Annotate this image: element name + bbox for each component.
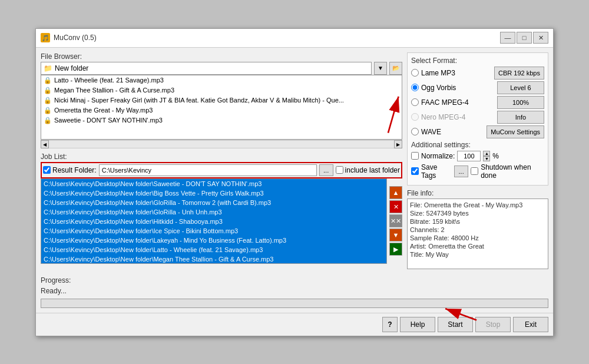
file-list-item[interactable]: 🔒 Saweetie - DON'T SAY NOTHIN'.mp3	[41, 115, 402, 125]
job-item[interactable]: C:\Users\Kevincy\Desktop\New folder\GloR…	[41, 198, 386, 207]
move-down-btn[interactable]: ▼	[389, 229, 402, 241]
help-icon-btn[interactable]: ?	[382, 317, 398, 332]
job-item[interactable]: C:\Users\Kevincy\Desktop\New folder\Mega…	[41, 254, 386, 264]
file-icon: 🔒	[44, 77, 52, 84]
maximize-button[interactable]: □	[517, 32, 532, 44]
ogg-vorbis-text: Ogg Vorbis	[421, 84, 456, 92]
lame-mp3-text: Lame MP3	[421, 69, 455, 77]
close-button[interactable]: ✕	[533, 32, 548, 44]
file-list-item[interactable]: 🔒 Nicki Minaj - Super Freaky Girl (with …	[41, 95, 402, 105]
lame-mp3-radio[interactable]	[411, 69, 419, 77]
normalize-down-btn[interactable]: ▼	[483, 156, 490, 161]
save-tags-checkbox[interactable]	[411, 167, 419, 175]
job-item[interactable]: C:\Users\Kevincy\Desktop\New folder\Lake…	[41, 236, 386, 245]
result-folder-row: Result Folder: ... include last folder	[41, 162, 402, 178]
file-list-item[interactable]: 🔒 Latto - Wheelie (feat. 21 Savage).mp3	[41, 75, 402, 85]
ogg-vorbis-radio[interactable]	[411, 84, 419, 91]
folder-browse-btn[interactable]: 📂	[389, 62, 402, 75]
clear-btn[interactable]: ✕✕	[389, 214, 402, 227]
format-row-ogg: Ogg Vorbis Level 6	[411, 81, 544, 94]
job-item[interactable]: C:\Users\Kevincy\Desktop\New folder\Sawe…	[41, 179, 386, 188]
faac-mpeg4-radio[interactable]	[411, 98, 419, 106]
status-text: Ready...	[41, 286, 548, 296]
job-list-section: Job List: Result Folder: ... include las…	[41, 153, 402, 264]
job-item[interactable]: C:\Users\Kevincy\Desktop\New folder\Ice …	[41, 226, 386, 236]
additional-settings-label: Additional settings:	[411, 141, 471, 149]
file-name: Omeretta the Great - My Way.mp3	[54, 107, 153, 114]
faac-mpeg4-label[interactable]: FAAC MPEG-4	[411, 98, 469, 107]
remove-btn[interactable]: ✕	[389, 200, 402, 213]
folder-icon: 📁	[44, 64, 52, 72]
convert-btn[interactable]: ▶	[389, 243, 402, 256]
lame-mp3-label[interactable]: Lame MP3	[411, 69, 455, 77]
lame-mp3-settings-btn[interactable]: CBR 192 kbps	[494, 67, 544, 80]
file-list[interactable]: 🔒 Latto - Wheelie (feat. 21 Savage).mp3 …	[41, 75, 402, 140]
faac-mpeg4-settings-btn[interactable]: 100%	[497, 96, 544, 109]
file-list-item[interactable]: 🔒 Omeretta the Great - My Way.mp3	[41, 105, 402, 115]
shutdown-checkbox[interactable]	[471, 167, 478, 175]
job-item[interactable]: C:\Users\Kevincy\Desktop\New folder\Hitk…	[41, 217, 386, 226]
right-panel: Select Format: Lame MP3 CBR 192 kbps Ogg…	[407, 52, 548, 269]
normalize-spinner: ▲ ▼	[483, 151, 490, 161]
job-list-box[interactable]: C:\Users\Kevincy\Desktop\New folder\Sawe…	[41, 178, 387, 264]
file-icon: 🔒	[44, 107, 52, 114]
file-name: Saweetie - DON'T SAY NOTHIN'.mp3	[54, 117, 163, 124]
move-up-btn[interactable]: ▲	[389, 186, 402, 199]
normalize-label: Normalize:	[421, 152, 455, 160]
start-button[interactable]: Start	[438, 317, 473, 332]
format-row-nero: Nero MPEG-4 Info	[411, 111, 544, 124]
nero-mpeg4-radio	[411, 113, 419, 121]
job-item[interactable]: C:\Users\Kevincy\Desktop\New folder\Big …	[41, 188, 386, 198]
file-name: Megan Thee Stallion - Gift & A Curse.mp3	[54, 87, 174, 94]
scroll-left-arrow[interactable]: ◀	[41, 140, 49, 148]
file-info-line: File: Omeretta the Great - My Way.mp3	[410, 201, 545, 209]
file-icon: 🔒	[44, 97, 52, 104]
include-last-folder-label[interactable]: include last folder	[336, 166, 400, 174]
file-name: Latto - Wheelie (feat. 21 Savage).mp3	[54, 77, 164, 84]
progress-section: Progress: Ready...	[36, 274, 553, 313]
result-folder-checkbox[interactable]	[43, 166, 51, 174]
wave-settings-btn[interactable]: MuConv Settings	[487, 125, 544, 138]
normalize-checkbox[interactable]	[411, 152, 419, 160]
result-folder-input[interactable]	[99, 164, 317, 176]
file-info-line: Artist: Omeretta the Great	[410, 243, 545, 250]
folder-combo[interactable]: 📁 New folder	[41, 62, 372, 75]
nero-mpeg4-label[interactable]: Nero MPEG-4	[411, 113, 465, 121]
wave-label[interactable]: WAVE	[411, 128, 441, 136]
file-name: Nicki Minaj - Super Freaky Girl (with JT…	[54, 97, 344, 104]
scroll-thumb[interactable]	[49, 140, 394, 148]
job-item[interactable]: C:\Users\Kevincy\Desktop\New folder\GloR…	[41, 207, 386, 217]
exit-button[interactable]: Exit	[513, 317, 548, 332]
nero-mpeg4-settings-btn[interactable]: Info	[497, 111, 544, 124]
result-folder-browse-btn[interactable]: ...	[319, 164, 333, 176]
file-info-line: Title: My Way	[410, 251, 545, 258]
minimize-button[interactable]: —	[500, 32, 515, 44]
titlebar-left: 🎵 MuConv (0.5)	[41, 33, 97, 42]
normalize-input[interactable]	[457, 151, 481, 161]
file-list-item[interactable]: 🔒 Megan Thee Stallion - Gift & A Curse.m…	[41, 85, 402, 95]
save-tags-settings-btn[interactable]: ...	[454, 166, 468, 177]
app-icon: 🎵	[41, 33, 50, 42]
stop-button[interactable]: Stop	[475, 317, 511, 332]
normalize-unit: %	[492, 152, 499, 160]
select-format-label: Select Format:	[411, 57, 544, 65]
bottom-bar: ? Help Start Stop Exit	[36, 313, 553, 336]
wave-text: WAVE	[421, 128, 441, 136]
faac-mpeg4-text: FAAC MPEG-4	[421, 98, 469, 107]
normalize-up-btn[interactable]: ▲	[483, 151, 490, 156]
format-row-wave: WAVE MuConv Settings	[411, 125, 544, 138]
file-info-section: File info: File: Omeretta the Great - My…	[407, 189, 548, 269]
titlebar: 🎵 MuConv (0.5) — □ ✕	[36, 29, 553, 48]
file-list-hscroll[interactable]: ◀ ▶	[41, 140, 402, 149]
job-item[interactable]: C:\Users\Kevincy\Desktop\New folder\Latt…	[41, 245, 386, 254]
file-info-line: Size: 5247349 bytes	[410, 210, 545, 217]
scroll-right-arrow[interactable]: ▶	[394, 140, 402, 148]
help-button[interactable]: Help	[400, 317, 435, 332]
ogg-vorbis-label[interactable]: Ogg Vorbis	[411, 84, 456, 92]
folder-dropdown-btn[interactable]: ▼	[374, 62, 387, 75]
result-folder-checkbox-label[interactable]: Result Folder:	[43, 166, 97, 174]
shutdown-label: Shutdown when done	[481, 163, 544, 180]
include-last-folder-checkbox[interactable]	[336, 166, 343, 174]
wave-radio[interactable]	[411, 128, 419, 135]
ogg-vorbis-settings-btn[interactable]: Level 6	[497, 81, 544, 94]
